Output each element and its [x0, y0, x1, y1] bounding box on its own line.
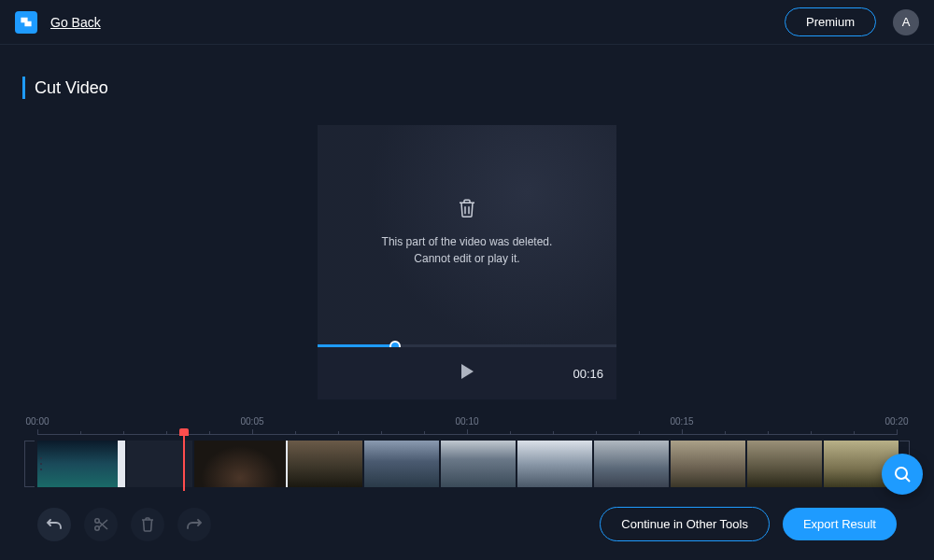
timeline-clip[interactable] [441, 441, 516, 487]
undo-button[interactable] [37, 508, 71, 541]
help-button[interactable] [882, 454, 923, 495]
ruler-label: 00:15 [670, 416, 693, 427]
undo-icon [46, 516, 63, 533]
export-result-button[interactable]: Export Result [783, 508, 897, 540]
premium-button[interactable]: Premium [785, 7, 876, 36]
timeline-clip[interactable] [671, 441, 745, 487]
ruler-label: 00:05 [240, 416, 263, 427]
page-title: Cut Video [35, 78, 108, 98]
trash-icon [140, 516, 155, 533]
timeline-ruler: 00:00 00:05 00:10 00:15 00:20 [37, 418, 897, 435]
go-back-link[interactable]: Go Back [50, 15, 101, 30]
search-icon [892, 464, 913, 484]
ruler-label: 00:00 [25, 416, 49, 427]
trash-icon [458, 198, 476, 218]
cut-marker[interactable] [286, 441, 288, 487]
timeline-clip[interactable] [364, 441, 439, 487]
redo-icon [186, 516, 203, 533]
timeline-clip[interactable] [517, 441, 592, 487]
ruler-label: 00:10 [455, 416, 478, 427]
timeline-clip[interactable] [288, 441, 362, 487]
timeline[interactable]: 00:00 00:05 00:10 00:15 00:20 [0, 418, 934, 487]
video-preview: This part of the video was deleted. Cann… [318, 125, 616, 399]
delete-button[interactable] [131, 508, 164, 541]
deleted-message: This part of the video was deleted. Cann… [318, 233, 616, 267]
avatar[interactable]: A [893, 9, 919, 35]
playhead[interactable] [183, 429, 185, 491]
cut-button[interactable] [84, 508, 118, 541]
continue-other-tools-button[interactable]: Continue in Other Tools [600, 507, 770, 541]
timeline-clip[interactable] [594, 441, 669, 487]
svg-point-2 [896, 468, 907, 479]
timeline-clip[interactable] [747, 441, 822, 487]
app-logo [15, 11, 37, 34]
timeline-clip[interactable] [194, 441, 286, 487]
duration-label: 00:16 [573, 367, 603, 381]
redo-button[interactable] [177, 508, 211, 541]
play-icon [460, 363, 474, 380]
timeline-track[interactable] [37, 441, 897, 487]
title-accent-bar [22, 77, 25, 99]
timeline-clip[interactable] [37, 441, 125, 487]
play-button[interactable] [460, 363, 474, 384]
progress-thumb[interactable] [389, 341, 401, 348]
ruler-label: 00:20 [884, 416, 908, 427]
scissors-icon [92, 516, 109, 533]
